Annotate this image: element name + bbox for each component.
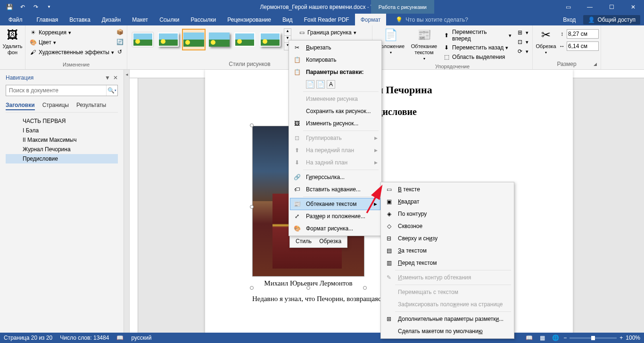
tab-mailings[interactable]: Рассылки bbox=[185, 14, 222, 25]
resize-handle-tl[interactable] bbox=[250, 123, 254, 127]
qat-customize[interactable]: ▼ bbox=[43, 1, 55, 13]
wrap-infront[interactable]: ▥Перед текстом bbox=[382, 257, 513, 269]
wrap-set-default[interactable]: Сделать макетом по умолчанию bbox=[382, 325, 513, 337]
search-button[interactable]: 🔍▾ bbox=[106, 85, 117, 96]
style-5[interactable] bbox=[233, 29, 256, 50]
nav-tab-headings[interactable]: Заголовки bbox=[6, 101, 35, 110]
gallery-up[interactable]: ▲ bbox=[284, 29, 291, 36]
view-print-layout[interactable]: ▦ bbox=[537, 334, 547, 342]
paste-opt-3[interactable]: A bbox=[327, 80, 335, 89]
ctx-format-picture[interactable]: 🎨Формат рисунка... bbox=[290, 222, 380, 235]
ctx-save-as-picture[interactable]: Сохранить как рисунок... bbox=[290, 105, 380, 117]
tab-file[interactable]: Файл bbox=[0, 14, 31, 25]
signin-button[interactable]: Вход bbox=[557, 16, 581, 23]
crop-button[interactable]: ✂ Обрезка▾ bbox=[535, 26, 557, 57]
wrap-square[interactable]: ▣Квадрат bbox=[382, 196, 513, 208]
nav-tab-results[interactable]: Результаты bbox=[76, 101, 106, 110]
ctx-size-position[interactable]: ⤢Размер и положение... bbox=[290, 210, 380, 222]
nav-tab-pages[interactable]: Страницы bbox=[42, 101, 69, 110]
nav-item-bela[interactable]: I Бэла bbox=[6, 126, 118, 135]
ctx-paste-options[interactable]: 📄 📄 A bbox=[290, 78, 380, 90]
tab-insert[interactable]: Вставка bbox=[64, 14, 96, 25]
ctx-wrap-text[interactable]: 📰Обтекание текстом▶ bbox=[290, 198, 380, 210]
wrap-tight[interactable]: ◈По контуру bbox=[382, 208, 513, 220]
vertical-ruler[interactable] bbox=[130, 78, 138, 333]
status-words[interactable]: Число слов: 13484 bbox=[60, 335, 109, 341]
close-button[interactable]: ✕ bbox=[622, 0, 644, 14]
style-1[interactable] bbox=[131, 29, 155, 50]
artistic-effects-button[interactable]: 🖌Художественные эффекты ▾ bbox=[27, 48, 116, 57]
group-button[interactable]: ⊡▾ bbox=[514, 37, 530, 47]
zoom-level[interactable]: 100% bbox=[626, 335, 640, 341]
ribbon-options-button[interactable]: ▭ bbox=[557, 0, 579, 14]
maximize-button[interactable]: ☐ bbox=[601, 0, 622, 14]
color-button[interactable]: 🎨Цвет ▾ bbox=[27, 38, 58, 47]
ctx-cut[interactable]: ✂Вырезать bbox=[290, 41, 380, 54]
resize-handle-br[interactable] bbox=[363, 286, 367, 290]
pane-splitter[interactable] bbox=[124, 70, 130, 333]
search-input[interactable] bbox=[6, 85, 106, 96]
nav-item-preface[interactable]: Предисловие bbox=[6, 154, 118, 163]
nav-item-maksim[interactable]: II Максим Максимыч bbox=[6, 135, 118, 145]
ctx-insert-caption[interactable]: 🏷Вставить название... bbox=[290, 183, 380, 196]
view-web-layout[interactable]: 🌐 bbox=[550, 334, 561, 342]
tab-foxit[interactable]: Foxit Reader PDF bbox=[298, 14, 355, 25]
wrap-inline[interactable]: ▭В тексте bbox=[382, 183, 513, 196]
zoom-slider[interactable] bbox=[570, 337, 617, 339]
resize-handle-b[interactable] bbox=[306, 286, 310, 290]
share-button[interactable]: 👤 Общий доступ bbox=[583, 15, 640, 24]
compress-button[interactable]: 📦 bbox=[114, 27, 125, 37]
status-proofing[interactable]: 📖 bbox=[116, 335, 124, 341]
view-read-mode[interactable]: 📖 bbox=[524, 334, 534, 342]
tab-view[interactable]: Вид bbox=[277, 14, 298, 25]
wrap-text-button[interactable]: 📰 Обтекание текстом▾ bbox=[408, 26, 440, 63]
tab-layout[interactable]: Макет bbox=[126, 14, 154, 25]
tab-design[interactable]: Дизайн bbox=[96, 14, 126, 25]
paste-opt-2[interactable]: 📄 bbox=[316, 80, 325, 89]
tell-me-search[interactable]: 💡 Что вы хотите сделать? bbox=[396, 14, 468, 25]
tab-format[interactable]: Формат bbox=[355, 14, 387, 25]
style-2[interactable] bbox=[157, 29, 180, 50]
corrections-button[interactable]: ☀Коррекция ▾ bbox=[27, 28, 73, 37]
nav-item-part1[interactable]: ЧАСТЬ ПЕРВАЯ bbox=[6, 116, 118, 126]
nav-close-button[interactable]: ✕ bbox=[113, 74, 118, 81]
ctx-copy[interactable]: 📋Копировать bbox=[290, 54, 380, 66]
tab-review[interactable]: Рецензирование bbox=[222, 14, 277, 25]
nav-search-box[interactable]: 🔍▾ bbox=[6, 85, 118, 96]
dialog-launcher-size[interactable]: ◢ bbox=[592, 62, 598, 67]
zoom-out-button[interactable]: − bbox=[563, 335, 567, 341]
selection-pane-button[interactable]: ⬚Область выделения bbox=[441, 52, 513, 62]
rotate-button[interactable]: ⟳▾ bbox=[514, 47, 530, 56]
style-4[interactable] bbox=[207, 29, 231, 50]
status-language[interactable]: русский bbox=[131, 335, 151, 341]
change-picture-button[interactable]: 🔄 bbox=[114, 37, 125, 47]
paste-opt-1[interactable]: 📄 bbox=[306, 80, 314, 89]
status-page[interactable]: Страница 20 из 20 bbox=[4, 335, 52, 341]
wrap-behind[interactable]: ▤За текстом bbox=[382, 245, 513, 257]
send-backward-button[interactable]: ⬇Переместить назад ▾ bbox=[441, 43, 513, 52]
undo-button[interactable]: ↶ bbox=[17, 1, 28, 13]
width-input[interactable]: ↔6,14 см bbox=[558, 41, 599, 51]
resize-handle-bl[interactable] bbox=[250, 286, 254, 290]
redo-button[interactable]: ↷ bbox=[30, 1, 41, 13]
tab-references[interactable]: Ссылки bbox=[154, 14, 185, 25]
picture-style-gallery[interactable]: ▲ ▼ ▾ bbox=[129, 26, 293, 52]
ctx-hyperlink[interactable]: 🔗Гиперссылка... bbox=[290, 171, 380, 183]
style-6[interactable] bbox=[258, 29, 282, 50]
height-input[interactable]: ↕8,27 см bbox=[558, 29, 599, 39]
align-button[interactable]: ⊞▾ bbox=[514, 28, 530, 37]
wrap-through[interactable]: ◇Сквозное bbox=[382, 220, 513, 232]
minimize-button[interactable]: — bbox=[579, 0, 601, 14]
wrap-topbottom[interactable]: ⊟Сверху и снизу bbox=[382, 232, 513, 245]
picture-border-button[interactable]: ▭Граница рисунка ▾ bbox=[296, 28, 358, 37]
zoom-in-button[interactable]: + bbox=[619, 335, 623, 341]
ctx-edit-picture[interactable]: 🖼Изменить рисунок... bbox=[290, 117, 380, 130]
resize-handle-l[interactable] bbox=[250, 205, 254, 209]
nav-menu-button[interactable]: ▼ bbox=[105, 74, 110, 81]
bring-forward-button[interactable]: ⬆Переместить вперед ▾ bbox=[441, 28, 513, 43]
style-3[interactable] bbox=[182, 29, 206, 50]
nav-item-journal[interactable]: Журнал Печорина bbox=[6, 145, 118, 154]
save-button[interactable]: 💾 bbox=[4, 1, 15, 13]
wrap-more-options[interactable]: ⊞Дополнительные параметры разметки... bbox=[382, 313, 513, 325]
tab-home[interactable]: Главная bbox=[31, 14, 64, 25]
